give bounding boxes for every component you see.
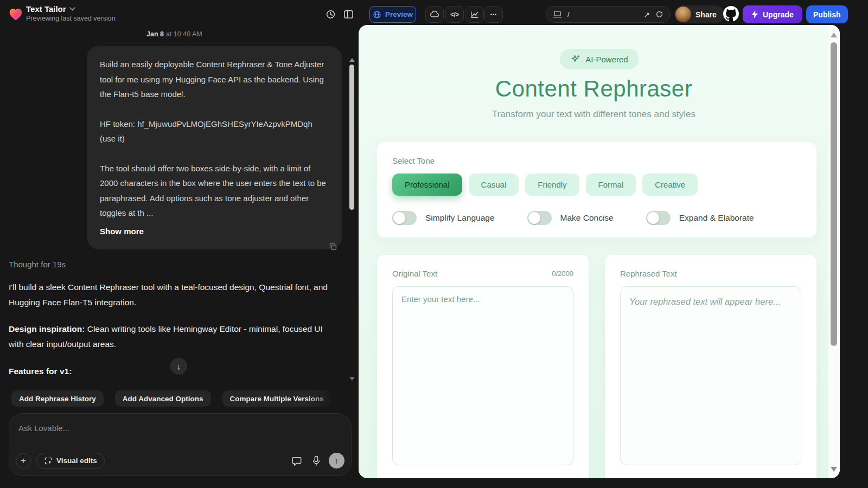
- toggle-options: Simplify Language Make Concise Expand & …: [392, 211, 754, 225]
- more-options-icon[interactable]: •••: [484, 6, 503, 23]
- preview-scrollbar-down-arrow[interactable]: [831, 467, 837, 472]
- preview-page-subtitle: Transform your text with different tones…: [359, 109, 829, 120]
- user-message-para: HF token: hf_MjuwudPvLMOjEGhSHESyrYIeAzp…: [100, 117, 329, 146]
- project-title-block[interactable]: Text Tailor Previewing last saved versio…: [26, 4, 116, 22]
- share-button-label: Share: [695, 10, 717, 19]
- user-avatar[interactable]: [675, 7, 691, 22]
- preview-button[interactable]: Preview: [369, 6, 416, 23]
- suggestion-chip[interactable]: Add Advanced Options: [115, 390, 211, 407]
- history-icon[interactable]: [323, 7, 337, 21]
- tone-option-professional[interactable]: Professional: [392, 174, 462, 196]
- top-bar: Text Tailor Previewing last saved versio…: [0, 0, 868, 28]
- lightning-icon: [751, 10, 758, 18]
- cloud-icon[interactable]: [425, 6, 444, 23]
- tone-option-friendly[interactable]: Friendly: [525, 174, 579, 196]
- chat-scrollbar-thumb[interactable]: [349, 65, 354, 210]
- publish-button[interactable]: Publish: [806, 5, 848, 23]
- chat-scrollbar-down-arrow[interactable]: [349, 377, 355, 381]
- chat-mode-icon[interactable]: [290, 454, 304, 468]
- ai-powered-label: AI-Powered: [585, 55, 628, 64]
- preview-scrollbar-up-arrow[interactable]: [831, 33, 837, 37]
- show-more-link[interactable]: Show more: [100, 227, 144, 236]
- send-arrow-icon: ↑: [335, 456, 339, 465]
- app-preview-window: AI-Powered Content Rephraser Transform y…: [359, 25, 840, 478]
- thought-duration-label[interactable]: Thought for 19s: [9, 260, 66, 269]
- assistant-response-para: I'll build a sleek Content Rephraser too…: [9, 280, 337, 310]
- scroll-down-arrow-icon: ↓: [177, 362, 181, 371]
- preview-status-text: Previewing last saved version: [26, 15, 116, 22]
- rephrased-placeholder-text: Your rephrased text will appear here...: [629, 297, 781, 306]
- open-external-icon[interactable]: ↗: [643, 10, 650, 19]
- preview-scrollbar[interactable]: [828, 25, 840, 478]
- refresh-icon[interactable]: [655, 10, 663, 18]
- visual-edits-button[interactable]: Visual edits: [36, 453, 105, 469]
- user-message-para: The tool should offer two boxes side-by-…: [100, 161, 329, 221]
- original-text-card: Original Text 0/2000: [377, 255, 589, 478]
- chat-panel: Jan 8at 10:40 AM Build an easily deploya…: [0, 28, 358, 488]
- make-concise-label: Make Concise: [560, 213, 614, 223]
- select-tone-label: Select Tone: [392, 156, 435, 165]
- simplify-language-label: Simplify Language: [425, 213, 495, 223]
- upgrade-button[interactable]: Upgrade: [743, 5, 802, 23]
- assistant-response-para: Design inspiration: Clean writing tools …: [9, 322, 337, 352]
- original-text-label: Original Text: [392, 269, 437, 278]
- chevron-down-icon: [69, 7, 75, 11]
- analytics-chart-icon[interactable]: [465, 6, 484, 23]
- suggestion-chip[interactable]: Add Rephrase History: [11, 390, 104, 407]
- url-bar[interactable]: / ↗: [546, 6, 671, 23]
- device-laptop-icon[interactable]: [553, 10, 562, 18]
- simplify-language-toggle[interactable]: [392, 211, 417, 225]
- preview-scrollbar-thumb[interactable]: [831, 42, 837, 346]
- tone-option-creative[interactable]: Creative: [642, 174, 698, 196]
- user-message-bubble: Build an easily deployable Content Rephr…: [87, 46, 342, 249]
- github-icon[interactable]: [723, 6, 739, 22]
- rephrased-text-output: Your rephrased text will appear here...: [620, 286, 801, 465]
- microphone-icon[interactable]: [309, 454, 323, 468]
- tone-settings-card: Select Tone Professional Casual Friendly…: [377, 142, 816, 237]
- upgrade-button-label: Upgrade: [763, 10, 794, 19]
- tone-options: Professional Casual Friendly Formal Crea…: [392, 174, 698, 196]
- copy-icon[interactable]: [328, 242, 339, 253]
- add-attachment-button[interactable]: +: [16, 453, 31, 468]
- plus-icon: +: [21, 455, 26, 466]
- scroll-to-bottom-button[interactable]: ↓: [170, 358, 187, 375]
- preview-button-label: Preview: [385, 10, 413, 18]
- lovable-heart-logo[interactable]: [8, 6, 24, 22]
- share-button[interactable]: Share: [674, 5, 724, 23]
- tone-option-formal[interactable]: Formal: [586, 174, 636, 196]
- original-text-input[interactable]: [392, 286, 573, 465]
- globe-icon: [373, 10, 381, 19]
- project-name[interactable]: Text Tailor: [26, 4, 66, 14]
- url-path[interactable]: /: [567, 10, 638, 18]
- character-counter: 0/2000: [552, 269, 573, 278]
- rephrased-text-card: Rephrased Text Your rephrased text will …: [605, 255, 816, 478]
- expand-elaborate-toggle[interactable]: [646, 211, 671, 225]
- suggestion-chip[interactable]: Compare Multiple Versions: [222, 390, 331, 407]
- publish-button-label: Publish: [813, 10, 841, 19]
- preview-page-title: Content Rephraser: [359, 76, 829, 102]
- expand-elaborate-label: Expand & Elaborate: [679, 213, 754, 223]
- rephrased-text-label: Rephrased Text: [620, 269, 677, 278]
- tone-option-casual[interactable]: Casual: [469, 174, 519, 196]
- message-timestamp: Jan 8at 10:40 AM: [146, 30, 202, 38]
- send-button[interactable]: ↑: [329, 453, 344, 468]
- visual-edits-label: Visual edits: [56, 457, 97, 465]
- code-icon[interactable]: </>: [445, 6, 464, 23]
- chat-scrollbar-up-arrow[interactable]: [349, 58, 355, 62]
- visual-edits-icon: [44, 457, 53, 465]
- ai-powered-badge: AI-Powered: [559, 49, 639, 69]
- suggestion-chips: Add Rephrase History Add Advanced Option…: [11, 390, 331, 407]
- user-message-para: Build an easily deployable Content Rephr…: [100, 57, 329, 102]
- sparkles-icon: [570, 54, 580, 65]
- chat-composer[interactable]: + Visual edits: [9, 413, 352, 476]
- app-root: Text Tailor Previewing last saved versio…: [0, 0, 868, 488]
- make-concise-toggle[interactable]: [527, 211, 552, 225]
- chat-input[interactable]: [18, 423, 322, 433]
- sidebar-panel-icon[interactable]: [341, 7, 355, 21]
